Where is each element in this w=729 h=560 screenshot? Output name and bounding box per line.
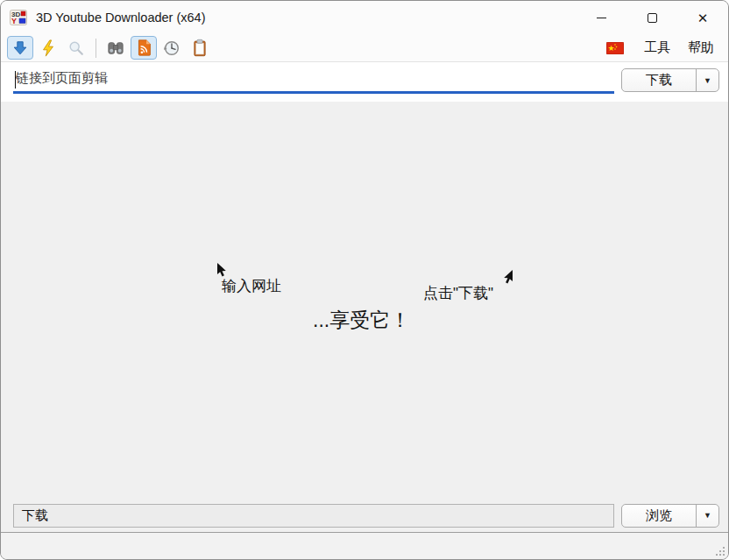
url-bar: 下载 ▼ — [1, 62, 728, 102]
browse-button[interactable]: 浏览 — [622, 505, 696, 527]
download-arrow-icon — [11, 39, 29, 57]
close-button[interactable]: ✕ — [677, 1, 728, 34]
hint-enjoy: ...享受它！ — [313, 307, 410, 334]
download-mode-button[interactable] — [7, 36, 33, 60]
text-caret — [15, 71, 16, 89]
feed-button[interactable] — [131, 36, 157, 60]
history-button[interactable] — [159, 36, 185, 60]
bottom-bar: 下载 浏览 ▼ — [1, 499, 728, 532]
cursor-arrow-ne-icon — [503, 270, 513, 285]
resize-grip[interactable] — [714, 545, 725, 556]
download-button[interactable]: 下载 — [622, 69, 696, 91]
toolbar-separator — [96, 39, 96, 58]
browse-dropdown-button[interactable]: ▼ — [696, 505, 718, 527]
url-input[interactable] — [13, 67, 614, 94]
maximize-icon — [648, 13, 657, 23]
quick-download-button[interactable] — [35, 36, 61, 60]
hint-enter-url: 输入网址 — [222, 276, 281, 296]
save-path-value: 下载 — [22, 507, 48, 524]
save-path-field[interactable]: 下载 — [13, 504, 614, 528]
window-controls: ✕ — [576, 1, 728, 34]
search-icon — [67, 39, 85, 57]
svg-text:Y: Y — [11, 17, 17, 25]
rss-feed-icon — [136, 39, 152, 57]
language-button[interactable]: ★ — [604, 36, 626, 60]
window-title: 3D Youtube Downloader (x64) — [36, 11, 205, 25]
history-clock-icon — [163, 39, 180, 57]
minimize-icon — [597, 18, 606, 18]
clipboard-button[interactable] — [187, 36, 213, 60]
app-logo-icon: 3D Y — [10, 10, 27, 25]
main-area: 输入网址 点击"下载" ...享受它！ — [1, 102, 728, 499]
toolbar: ★ 工具 帮助 — [1, 34, 728, 62]
download-split-button: 下载 ▼ — [621, 68, 719, 92]
chevron-down-icon: ▼ — [704, 76, 711, 85]
hint-click-download: 点击"下载" — [423, 283, 493, 303]
close-icon: ✕ — [697, 11, 709, 25]
app-window: 3D Y 3D Youtube Downloader (x64) ✕ — [0, 0, 729, 560]
browse-split-button: 浏览 ▼ — [621, 504, 719, 528]
status-bar — [1, 532, 728, 559]
browser-monitor-button[interactable] — [103, 36, 129, 60]
lightning-icon — [40, 39, 56, 57]
menu-help[interactable]: 帮助 — [679, 36, 723, 60]
search-button[interactable] — [63, 36, 89, 60]
menu-tools[interactable]: 工具 — [635, 36, 679, 60]
download-dropdown-button[interactable]: ▼ — [696, 69, 718, 91]
titlebar: 3D Y 3D Youtube Downloader (x64) ✕ — [1, 1, 728, 34]
binoculars-icon — [106, 39, 125, 57]
chevron-down-icon: ▼ — [704, 511, 711, 520]
maximize-button[interactable] — [626, 1, 677, 34]
svg-text:★: ★ — [608, 43, 615, 52]
minimize-button[interactable] — [576, 1, 626, 34]
url-input-wrap — [13, 67, 614, 94]
clipboard-icon — [192, 39, 208, 57]
china-flag-icon: ★ — [606, 42, 624, 54]
